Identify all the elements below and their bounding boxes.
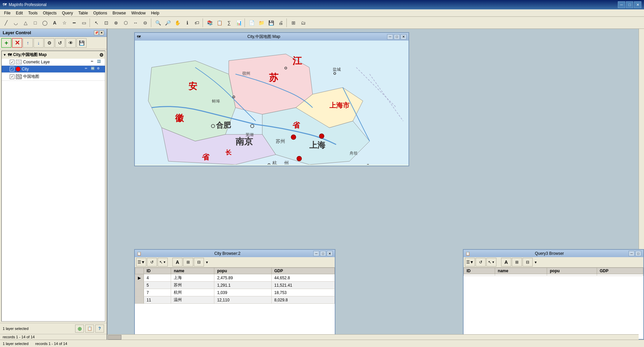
- city-label-icon[interactable]: 🔤: [91, 67, 96, 71]
- city-edit-icon[interactable]: ✏: [85, 67, 90, 71]
- tb-open[interactable]: 📁: [257, 18, 266, 27]
- table-row[interactable]: 11 温州 12,110 8,029.8: [135, 296, 335, 304]
- tb-stats[interactable]: ∑: [224, 18, 234, 27]
- cb-filter-btn[interactable]: ☰▼: [136, 258, 146, 267]
- city-browser-maximize[interactable]: □: [320, 251, 326, 256]
- layer-status-help-btn[interactable]: ?: [95, 325, 104, 333]
- menu-window[interactable]: Window: [128, 10, 148, 16]
- tb-frame[interactable]: ▭: [79, 18, 89, 27]
- layer-checkbox-cosmetic[interactable]: ✓: [10, 60, 14, 64]
- city-settings-icon[interactable]: ⚙: [97, 67, 102, 71]
- tb-select[interactable]: ↖: [92, 18, 101, 27]
- layer-row-china-map[interactable]: ✓ 中国地图: [2, 73, 105, 81]
- menu-options[interactable]: Options: [91, 10, 110, 16]
- layer-row-city[interactable]: ✓ City ✏ 🔤 ⚙: [2, 66, 105, 73]
- q-col-id[interactable]: ID: [464, 268, 495, 274]
- col-name[interactable]: name: [171, 268, 214, 274]
- cb-more-btn[interactable]: ▼: [205, 260, 209, 265]
- query-browser-minimize[interactable]: ─: [629, 251, 635, 256]
- layer-add-button[interactable]: +: [1, 38, 11, 48]
- layer-view-button[interactable]: 👁: [66, 38, 76, 48]
- layer-move-down-button[interactable]: ↓: [34, 38, 44, 48]
- menu-table[interactable]: Table: [75, 10, 91, 16]
- cb-show-cols-btn[interactable]: ⊟: [194, 258, 204, 267]
- map-close-button[interactable]: ✕: [400, 34, 407, 40]
- tb-invert[interactable]: ↔: [131, 18, 140, 27]
- cb-add-col-btn[interactable]: ⊞: [183, 258, 193, 267]
- qb-add-col-btn[interactable]: ⊞: [512, 258, 522, 267]
- layer-revert-button[interactable]: ↺: [55, 38, 65, 48]
- map-content[interactable]: 苏 江 安 徽 省 省 上海市 宿州 盐城 蚌埠: [135, 41, 409, 166]
- city-browser-close[interactable]: ✕: [327, 251, 333, 256]
- layer-status-green-btn[interactable]: ⊕: [75, 325, 84, 333]
- layer-properties-button[interactable]: ⚙: [44, 38, 54, 48]
- lc-pin-button[interactable]: 📌: [94, 31, 99, 35]
- tb-draw-polyline[interactable]: ╱: [1, 18, 11, 27]
- qb-select-btn[interactable]: ↖▼: [486, 258, 496, 267]
- qb-show-cols-btn[interactable]: ⊟: [523, 258, 533, 267]
- query-browser-table[interactable]: ID name popu GDP: [464, 268, 643, 339]
- tb-pan[interactable]: ✋: [173, 18, 182, 27]
- col-popu[interactable]: popu: [214, 268, 271, 274]
- q-col-popu[interactable]: popu: [547, 268, 597, 274]
- qb-more-btn[interactable]: ▼: [533, 260, 538, 265]
- cb-refresh-btn[interactable]: ↺: [147, 258, 157, 267]
- tb-label[interactable]: 🏷: [192, 18, 202, 27]
- menu-browse[interactable]: Browse: [110, 10, 128, 16]
- tb-layer-stack[interactable]: 📚: [205, 18, 214, 27]
- q-col-name[interactable]: name: [495, 268, 547, 274]
- tb-info[interactable]: ℹ: [182, 18, 192, 27]
- city-browser-table[interactable]: ID name popu GDP ▶ 4 上海 2,475.89 44,652.: [135, 268, 335, 339]
- qb-refresh-btn[interactable]: ↺: [476, 258, 486, 267]
- menu-file[interactable]: File: [1, 10, 13, 16]
- tb-add-workspace[interactable]: ⊞: [289, 18, 298, 27]
- tb-draw-polygon[interactable]: △: [21, 18, 30, 27]
- tb-line[interactable]: ━: [69, 18, 79, 27]
- tb-select-polygon[interactable]: ⬡: [121, 18, 130, 27]
- tb-map-legend[interactable]: 📋: [215, 18, 224, 27]
- tb-save[interactable]: 💾: [266, 18, 276, 27]
- menu-query[interactable]: Query: [59, 10, 76, 16]
- map-minimize-button[interactable]: ─: [387, 34, 393, 40]
- query-browser-maximize[interactable]: □: [635, 251, 641, 256]
- tb-zoom-in[interactable]: 🔍: [153, 18, 163, 27]
- layer-checkbox-city[interactable]: ✓: [10, 67, 14, 71]
- cosmetic-label-icon[interactable]: 🔤: [97, 60, 102, 64]
- layer-checkbox-china-map[interactable]: ✓: [10, 74, 14, 79]
- tb-new[interactable]: 📄: [247, 18, 256, 27]
- menu-edit[interactable]: Edit: [13, 10, 25, 16]
- bottom-scrollbar[interactable]: [107, 334, 639, 340]
- layer-map-node[interactable]: ▼ 🗺 City,中国地图 Map ⚙: [2, 51, 105, 59]
- tb-unselect[interactable]: ⊖: [141, 18, 150, 27]
- layer-save-button[interactable]: 💾: [76, 38, 87, 48]
- tb-draw-ellipse[interactable]: ◯: [40, 18, 50, 27]
- close-button[interactable]: ✕: [634, 1, 641, 8]
- maximize-button[interactable]: □: [626, 1, 633, 8]
- layer-remove-button[interactable]: ✕: [12, 38, 22, 48]
- cosmetic-edit-icon[interactable]: ✏: [91, 60, 96, 64]
- map-maximize-button[interactable]: □: [394, 34, 400, 40]
- col-id[interactable]: ID: [144, 268, 171, 274]
- menu-objects[interactable]: Objects: [40, 10, 59, 16]
- qb-filter-btn[interactable]: ☰▼: [465, 258, 475, 267]
- minimize-button[interactable]: ─: [618, 1, 625, 8]
- table-row[interactable]: ▶ 4 上海 2,475.89 44,652.8: [135, 274, 335, 282]
- col-gdp[interactable]: GDP: [271, 268, 334, 274]
- tb-select-radius[interactable]: ⊕: [111, 18, 121, 27]
- cb-text-style-btn[interactable]: A: [172, 258, 182, 267]
- tb-select-region[interactable]: ⊡: [102, 18, 111, 27]
- tb-print[interactable]: 🖨: [276, 18, 285, 27]
- collapse-arrow[interactable]: ▼: [3, 53, 6, 57]
- tb-draw-rect[interactable]: □: [31, 18, 40, 27]
- tb-graph[interactable]: 📊: [234, 18, 244, 27]
- cb-select-btn[interactable]: ↖▼: [158, 258, 168, 267]
- menu-help[interactable]: Help: [148, 10, 162, 16]
- q-col-gdp[interactable]: GDP: [597, 268, 643, 274]
- tb-text[interactable]: A: [50, 18, 59, 27]
- layer-row-cosmetic[interactable]: ✓ Cosmetic Laye ✏ 🔤: [2, 59, 105, 66]
- tb-symbol[interactable]: ☆: [60, 18, 69, 27]
- scroll-thumb[interactable]: [108, 335, 121, 340]
- city-browser-minimize[interactable]: ─: [313, 251, 319, 256]
- lc-close-button[interactable]: ✕: [99, 31, 104, 35]
- tb-zoom-out[interactable]: 🔎: [163, 18, 172, 27]
